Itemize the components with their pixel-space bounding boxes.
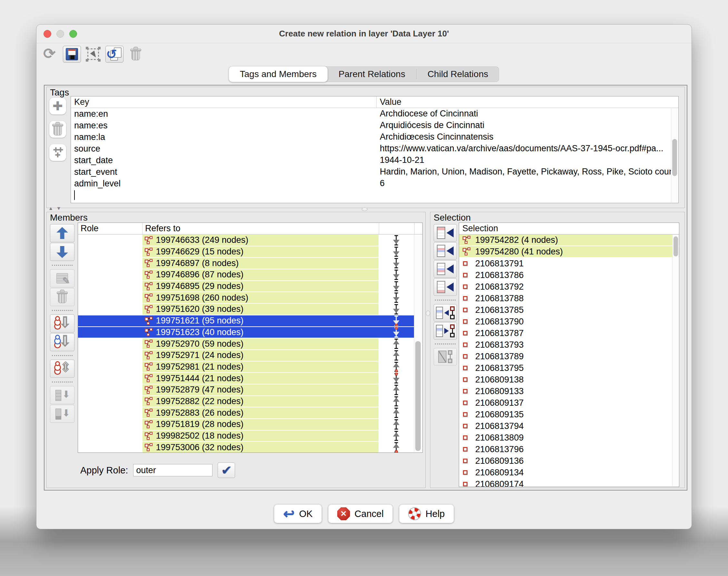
select-selection-from-members-button[interactable]: [434, 322, 457, 340]
tag-value-cell[interactable]: Hardin, Marion, Union, Madison, Fayette,…: [376, 166, 678, 178]
selection-row[interactable]: 2106813792: [459, 281, 679, 292]
member-role-cell[interactable]: [78, 373, 143, 384]
selection-row[interactable]: 2106813788: [459, 292, 679, 304]
member-row[interactable]: 199751621 (95 nodes): [78, 315, 414, 327]
member-row[interactable]: 199746895 (29 nodes): [78, 281, 414, 292]
tag-row[interactable]: start_date 1944-10-21: [71, 154, 678, 166]
selection-row[interactable]: 2106809136: [459, 455, 679, 467]
splitter-collapse-controls[interactable]: ▲▼: [48, 205, 64, 211]
sort-members-button[interactable]: [50, 359, 74, 378]
member-role-cell[interactable]: [78, 269, 143, 280]
member-refers-cell[interactable]: 199751623 (40 nodes): [143, 327, 379, 338]
add-selection-at-start-button[interactable]: [434, 224, 457, 241]
tag-row[interactable]: name:la Archidiœcesis Cincinnatensis: [71, 131, 678, 143]
cancel-button[interactable]: ✕Cancel: [328, 505, 393, 523]
member-role-cell[interactable]: [78, 247, 143, 257]
tags-scrollbar-thumb[interactable]: [672, 139, 677, 176]
member-row[interactable]: 199751444 (21 nodes): [78, 373, 414, 384]
tag-key-cell[interactable]: name:la: [71, 131, 376, 143]
add-selection-after-member-button[interactable]: [434, 260, 457, 278]
selection-row[interactable]: 2106813786: [459, 269, 679, 281]
download-members-button[interactable]: [50, 314, 74, 333]
zoom-window-button[interactable]: [69, 30, 77, 38]
selection-row[interactable]: 2106813794: [459, 420, 679, 432]
tag-value-cell[interactable]: Archdiocese of Cincinnati: [376, 108, 678, 120]
help-button[interactable]: Help: [399, 505, 454, 523]
select-members-from-selection-button[interactable]: [434, 304, 457, 321]
tab-child-relations[interactable]: Child Relations: [417, 66, 499, 82]
add-selection-at-end-button[interactable]: [434, 278, 457, 296]
member-role-cell[interactable]: [78, 292, 143, 303]
tag-key-cell[interactable]: source: [71, 143, 376, 154]
delete-relation-button[interactable]: [127, 46, 145, 63]
member-row[interactable]: 199746897 (8 nodes): [78, 258, 414, 269]
member-role-cell[interactable]: [78, 396, 143, 407]
close-window-button[interactable]: [43, 30, 51, 38]
select-in-layer-button[interactable]: [84, 46, 102, 63]
selection-row[interactable]: 2106809134: [459, 467, 679, 478]
member-refers-cell[interactable]: 199751698 (260 nodes): [143, 292, 379, 303]
selection-row[interactable]: 2106809138: [459, 374, 679, 385]
tab-tags-and-members[interactable]: Tags and Members: [229, 66, 328, 82]
tag-value-cell[interactable]: 1944-10-21: [376, 154, 678, 166]
tag-value-cell[interactable]: https://www.vatican.va/archive/aas/docum…: [376, 143, 678, 154]
members-role-header[interactable]: Role: [78, 223, 143, 234]
member-role-cell[interactable]: [78, 407, 143, 418]
selection-row[interactable]: 199754282 (4 nodes): [459, 234, 679, 246]
selection-row[interactable]: 2106809137: [459, 397, 679, 409]
member-role-cell[interactable]: [78, 384, 143, 395]
tag-value-cell[interactable]: [376, 189, 678, 201]
selection-row[interactable]: 2106813790: [459, 316, 679, 327]
selection-row[interactable]: 2106813785: [459, 304, 679, 316]
selection-row[interactable]: 199754280 (41 nodes): [459, 246, 679, 258]
member-row[interactable]: 199982502 (18 nodes): [78, 431, 414, 442]
selection-row[interactable]: 2106809174: [459, 478, 679, 487]
tag-row[interactable]: [71, 189, 678, 201]
ok-button[interactable]: ↩OK: [274, 505, 322, 523]
member-role-cell[interactable]: [78, 419, 143, 430]
move-down-button[interactable]: [50, 243, 74, 261]
member-row[interactable]: 199753006 (32 nodes): [78, 442, 414, 453]
member-refers-cell[interactable]: 199752970 (59 nodes): [143, 338, 379, 349]
member-refers-cell[interactable]: 199746895 (29 nodes): [143, 281, 379, 292]
member-role-cell[interactable]: [78, 338, 143, 349]
tag-key-cell[interactable]: name:es: [71, 120, 376, 131]
tag-row[interactable]: name:en Archdiocese of Cincinnati: [71, 108, 678, 120]
selection-row[interactable]: 2106813795: [459, 362, 679, 374]
tag-key-cell[interactable]: start_date: [71, 154, 376, 166]
tag-row[interactable]: admin_level 6: [71, 178, 678, 189]
tags-value-header[interactable]: Value: [376, 96, 678, 108]
member-refers-cell[interactable]: 199753006 (32 nodes): [143, 442, 379, 453]
member-row[interactable]: 199751698 (260 nodes): [78, 292, 414, 304]
members-scrollbar[interactable]: [414, 235, 422, 452]
tag-row[interactable]: source https://www.vatican.va/archive/aa…: [71, 143, 678, 154]
tag-row[interactable]: start_event Hardin, Marion, Union, Madis…: [71, 166, 678, 178]
member-row[interactable]: 199746629 (15 nodes): [78, 247, 414, 258]
member-row[interactable]: 199751620 (39 nodes): [78, 304, 414, 315]
vertical-splitter-handle[interactable]: [426, 311, 430, 316]
selection-row[interactable]: 2106813809: [459, 432, 679, 443]
member-refers-cell[interactable]: 199752879 (47 nodes): [143, 384, 379, 395]
member-refers-cell[interactable]: 199751444 (21 nodes): [143, 373, 379, 384]
add-selection-before-member-button[interactable]: [434, 242, 457, 260]
selection-row[interactable]: 2106809135: [459, 409, 679, 420]
member-refers-cell[interactable]: 199746896 (87 nodes): [143, 269, 379, 280]
member-row[interactable]: 199752981 (21 nodes): [78, 362, 414, 373]
add-tag-button[interactable]: [49, 98, 66, 114]
paste-tags-button[interactable]: [49, 144, 66, 161]
selection-scrollbar[interactable]: [672, 235, 679, 486]
tag-value-cell[interactable]: 6: [376, 178, 678, 189]
selection-scrollbar-thumb[interactable]: [673, 236, 678, 256]
download-incomplete-members-button[interactable]: [50, 333, 74, 351]
member-refers-cell[interactable]: 199752883 (26 nodes): [143, 407, 379, 418]
member-role-cell[interactable]: [78, 442, 143, 453]
member-row[interactable]: 199752882 (22 nodes): [78, 396, 414, 408]
member-row[interactable]: 199752971 (24 nodes): [78, 350, 414, 362]
member-row[interactable]: 199752883 (26 nodes): [78, 407, 414, 419]
selection-row[interactable]: 2106813787: [459, 327, 679, 339]
remove-selected-button[interactable]: [434, 348, 457, 366]
refresh-button[interactable]: [41, 46, 60, 63]
save-button[interactable]: [63, 46, 81, 63]
member-row[interactable]: 199752970 (59 nodes): [78, 338, 414, 350]
delete-member-button[interactable]: [50, 288, 74, 306]
